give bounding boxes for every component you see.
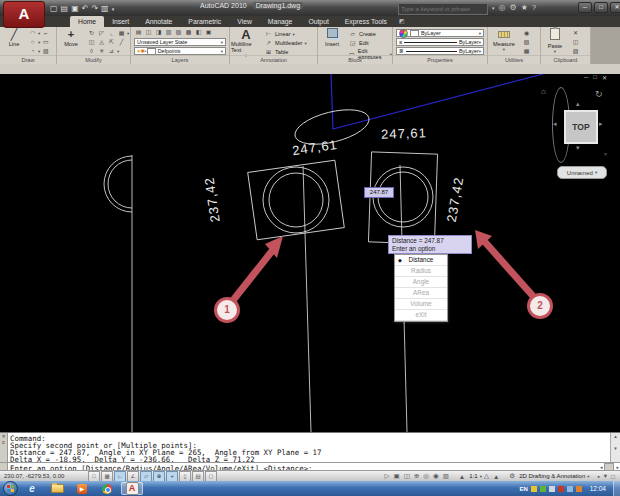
save-icon[interactable]: ▣ — [71, 4, 79, 14]
taskbar-media-button[interactable]: ▶ — [71, 482, 93, 495]
doc-close-icon[interactable]: ✕ — [602, 74, 607, 81]
action-center-icon[interactable] — [531, 486, 537, 492]
ortho-toggle[interactable]: ∟ — [114, 471, 126, 482]
coordinates-readout[interactable]: 230.07, -6279.53, 0.00 — [4, 473, 88, 479]
layer-off-icon[interactable]: ◫ — [144, 28, 153, 36]
menu-item-volume[interactable]: Volume — [395, 299, 447, 310]
multileader-button[interactable]: ↗ Multileader▾ — [264, 39, 307, 47]
toolbar-lock-icon[interactable]: ▪ — [597, 473, 599, 480]
annotation-visibility-icon[interactable]: △ — [484, 472, 489, 480]
snap-toggle[interactable]: □ — [88, 471, 100, 482]
otrack-toggle[interactable]: ⊕ — [153, 471, 165, 482]
layer-color-swatch[interactable] — [147, 48, 156, 55]
layer-match-icon[interactable]: ▩ — [184, 28, 193, 36]
language-indicator[interactable]: EN — [519, 486, 527, 492]
create-block-button[interactable]: ▱ Create — [348, 30, 376, 38]
viewcube-up-arrow-icon[interactable]: ▴ — [576, 100, 580, 108]
tab-express-tools[interactable]: Express Tools — [337, 16, 395, 27]
cut-icon[interactable]: ✕ — [571, 29, 580, 37]
taskbar-explorer-button[interactable] — [46, 482, 68, 495]
panel-label-utilities[interactable]: Utilities — [488, 55, 540, 64]
layer-lock-icon[interactable]: ▧ — [174, 28, 183, 36]
edit-block-button[interactable]: ◲ Edit — [348, 39, 369, 47]
polyline-icon[interactable]: ⌐ — [41, 29, 50, 37]
taskbar-autocad-button[interactable]: A — [121, 482, 143, 495]
viewcube-home-icon[interactable]: ⌂ — [541, 87, 546, 96]
panel-label-layers[interactable]: Layers — [131, 55, 229, 64]
line-button[interactable]: ╱ Line — [2, 28, 26, 55]
restore-icon[interactable]: □ — [594, 2, 608, 13]
multiline-text-button[interactable]: A Multiline Text ▾ — [231, 28, 261, 55]
showmotion-icon[interactable]: ▥ — [443, 472, 449, 480]
status-menu-icon[interactable]: ▾ — [604, 472, 607, 480]
viewcube-rotate-icon[interactable]: ↻ — [595, 89, 603, 99]
linear-dim-button[interactable]: ⊢ Linear▾ — [264, 30, 295, 38]
layer-prev-icon[interactable]: ◧ — [194, 28, 203, 36]
id-point-icon[interactable]: ◉ — [522, 29, 531, 37]
tab-insert[interactable]: Insert — [104, 16, 137, 27]
qat-dropdown-icon[interactable]: ▾ — [112, 4, 115, 14]
viewcube-right-arrow-icon[interactable]: ▸ — [599, 120, 603, 128]
hatch-icon[interactable]: ▨ — [41, 47, 50, 55]
grid-toggle[interactable]: ▦ — [101, 471, 113, 482]
command-window[interactable]: ✕≡ Command: Specify second point or [Mul… — [0, 432, 620, 470]
stretch-icon[interactable]: ⇱ — [107, 38, 116, 46]
qp-toggle[interactable]: ◻ — [205, 471, 217, 482]
dyn-toggle[interactable]: ▯ — [179, 471, 191, 482]
osnap-toggle[interactable]: ▱ — [140, 471, 152, 482]
menu-item-exit[interactable]: eXit — [395, 310, 447, 321]
match-properties-icon[interactable]: ▨ — [571, 47, 580, 55]
application-menu-button[interactable]: A — [3, 1, 45, 28]
search-dropdown-icon[interactable]: ▾ — [492, 5, 495, 11]
taskbar-chrome-button[interactable] — [96, 482, 118, 495]
array-icon[interactable]: ▦ — [117, 29, 126, 37]
layer-isolate-icon[interactable]: ◨ — [154, 28, 163, 36]
color-dropdown[interactable]: ByLayer ▾ — [396, 29, 484, 37]
layer-walk-icon[interactable]: ▣ — [204, 28, 213, 36]
tab-parametric[interactable]: Parametric — [180, 16, 229, 27]
layer-state-dropdown[interactable]: Unsaved Layer State▾ — [134, 38, 226, 46]
layout-icon[interactable]: ▣ — [394, 472, 400, 480]
drawing-viewport[interactable]: ─ □ ✕ ⌂ TOP ▴ ▾ ◂ ▸ ↻ ▿ Unnamed ▾ 247,61… — [0, 74, 620, 432]
subscription-icon[interactable]: ⚙ — [510, 3, 517, 12]
model-space-icon[interactable]: ▷ — [385, 472, 390, 480]
trim-icon[interactable]: ◸ — [97, 29, 106, 37]
ellipse-icon[interactable]: ◔ — [28, 47, 37, 55]
explode-icon[interactable]: ✳ — [97, 47, 106, 55]
new-icon[interactable]: ▢ — [50, 4, 58, 14]
viewcube-top-face[interactable]: TOP — [564, 110, 598, 144]
fillet-icon[interactable]: ◟ — [107, 29, 116, 37]
offset-icon[interactable]: ╱ — [117, 38, 126, 46]
panel-label-draw[interactable]: Draw — [0, 55, 56, 64]
insert-button[interactable]: Insert — [320, 28, 344, 55]
scale-icon[interactable]: ⊿ — [107, 47, 116, 55]
binoculars-icon[interactable]: ◎ — [499, 3, 506, 12]
sync-icon[interactable] — [576, 486, 582, 492]
close-icon[interactable]: ✕ — [610, 2, 620, 13]
rotate-icon[interactable]: ↻ — [87, 29, 96, 37]
arc-icon[interactable]: ◠ — [28, 29, 37, 37]
erase-icon[interactable]: ◊ — [87, 47, 96, 55]
linetype-dropdown[interactable]: ≣ ByLayer ▾ — [396, 47, 484, 55]
viewcube-menu-icon[interactable]: ▿ — [604, 150, 607, 157]
layer-dropdown[interactable]: ● ✱ ▪ Defpoints ▾ — [134, 47, 226, 55]
viewcube-down-arrow-icon[interactable]: ▾ — [576, 144, 580, 152]
layer-freeze-icon[interactable]: ▥ — [164, 28, 173, 36]
tab-output[interactable]: Output — [300, 16, 336, 27]
taskbar-ie-button[interactable]: e — [21, 482, 43, 495]
lineweight-dropdown[interactable]: ≡ ByLayer ▾ — [396, 38, 484, 46]
plot-icon[interactable]: ▥ — [101, 4, 109, 14]
pan-icon[interactable]: ⊕ — [414, 472, 419, 480]
mirror-icon[interactable]: ◬ — [97, 38, 106, 46]
panel-label-modify[interactable]: Modify — [57, 55, 130, 64]
panel-label-annotation[interactable]: Annotation — [230, 55, 317, 64]
tab-view[interactable]: View — [229, 16, 260, 27]
menu-item-radius[interactable]: Radius — [395, 266, 447, 277]
tab-overflow-icon[interactable]: ◩ — [395, 16, 405, 27]
clean-screen-icon[interactable]: □ — [611, 473, 615, 480]
antivirus-icon[interactable] — [558, 486, 564, 492]
circle-icon[interactable]: ○ — [28, 38, 37, 46]
polar-toggle[interactable]: ∠ — [127, 471, 139, 482]
tab-annotate[interactable]: Annotate — [137, 16, 180, 27]
paste-button[interactable]: Paste ▾ — [543, 28, 567, 55]
